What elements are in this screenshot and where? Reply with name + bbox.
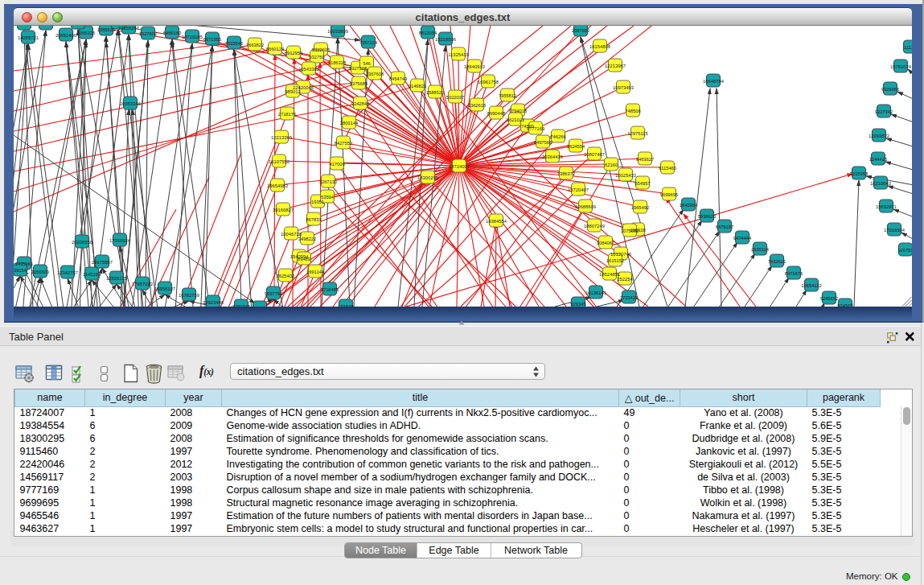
svg-text:15751074: 15751074 xyxy=(890,64,912,69)
svg-text:3186328: 3186328 xyxy=(328,60,347,65)
svg-text:6497568: 6497568 xyxy=(534,140,552,145)
svg-text:12213967: 12213967 xyxy=(605,64,626,68)
svg-text:17359924: 17359924 xyxy=(109,238,131,243)
svg-text:16136141: 16136141 xyxy=(585,290,606,295)
svg-text:2803144: 2803144 xyxy=(340,121,359,126)
svg-text:10025433: 10025433 xyxy=(615,173,636,178)
svg-text:12975115: 12975115 xyxy=(627,131,647,136)
svg-text:3624554: 3624554 xyxy=(567,144,585,149)
svg-text:929345: 929345 xyxy=(570,302,585,307)
svg-text:9242848: 9242848 xyxy=(351,101,370,106)
svg-text:10120746: 10120746 xyxy=(610,252,631,257)
svg-text:7515546: 7515546 xyxy=(225,41,244,46)
svg-text:20975867: 20975867 xyxy=(92,260,113,265)
svg-text:171648: 171648 xyxy=(338,304,353,307)
svg-text:1362615: 1362615 xyxy=(468,103,487,108)
svg-text:20364436: 20364436 xyxy=(542,154,563,159)
svg-text:16154808: 16154808 xyxy=(589,44,610,49)
svg-text:10973493: 10973493 xyxy=(613,85,634,90)
svg-text:10654112: 10654112 xyxy=(801,283,821,288)
svg-text:1292345: 1292345 xyxy=(232,304,251,307)
svg-text:9474444: 9474444 xyxy=(733,236,752,241)
svg-text:867833: 867833 xyxy=(306,217,321,222)
svg-text:1588520: 1588520 xyxy=(426,90,445,95)
svg-text:1065539: 1065539 xyxy=(97,27,116,32)
svg-text:1527602: 1527602 xyxy=(139,31,158,36)
svg-text:1621022: 1621022 xyxy=(507,117,525,122)
svg-text:62160: 62160 xyxy=(605,163,618,167)
svg-text:19351: 19351 xyxy=(311,200,324,204)
svg-text:17957223: 17957223 xyxy=(132,282,153,286)
svg-text:11124: 11124 xyxy=(904,45,912,50)
svg-text:17016504: 17016504 xyxy=(884,228,906,233)
svg-text:15692971: 15692971 xyxy=(876,204,897,209)
svg-text:932750: 932750 xyxy=(309,55,324,60)
svg-text:10688609: 10688609 xyxy=(575,204,596,209)
svg-text:15720407: 15720407 xyxy=(568,187,589,192)
svg-text:14055721: 14055721 xyxy=(18,35,39,40)
svg-text:9463627: 9463627 xyxy=(636,157,655,162)
svg-text:3498222: 3498222 xyxy=(298,237,317,241)
svg-text:7357224: 7357224 xyxy=(359,40,378,45)
svg-text:10719185: 10719185 xyxy=(182,35,203,39)
svg-text:2718176: 2718176 xyxy=(278,112,297,117)
svg-text:12093872: 12093872 xyxy=(869,134,889,138)
svg-text:39154: 39154 xyxy=(14,268,27,273)
svg-text:7386372: 7386372 xyxy=(557,171,576,176)
svg-text:989012: 989012 xyxy=(285,89,300,94)
svg-text:16648784: 16648784 xyxy=(703,79,725,84)
svg-text:546: 546 xyxy=(363,61,371,66)
svg-text:8660124: 8660124 xyxy=(266,47,285,51)
svg-text:116753: 116753 xyxy=(898,248,912,253)
svg-text:16033809: 16033809 xyxy=(327,29,348,34)
svg-text:8454749: 8454749 xyxy=(389,76,408,81)
svg-text:1965492: 1965492 xyxy=(631,205,650,210)
svg-text:20206556: 20206556 xyxy=(72,240,92,245)
svg-text:5938923: 5938923 xyxy=(698,214,717,219)
svg-text:1145194: 1145194 xyxy=(83,272,101,277)
svg-text:19218506: 19218506 xyxy=(435,37,456,42)
svg-text:1435061: 1435061 xyxy=(15,262,34,266)
svg-text:929292: 929292 xyxy=(252,306,267,307)
svg-text:12342757: 12342757 xyxy=(57,270,78,275)
svg-text:7632621: 7632621 xyxy=(768,259,786,264)
svg-text:9115460: 9115460 xyxy=(659,166,676,171)
svg-text:12505135: 12505135 xyxy=(106,276,127,281)
svg-text:89489: 89489 xyxy=(298,257,310,262)
svg-text:6794028: 6794028 xyxy=(509,109,528,113)
svg-text:7663822: 7663822 xyxy=(246,43,265,47)
svg-text:18807249: 18807249 xyxy=(584,224,605,229)
svg-text:9699695: 9699695 xyxy=(660,192,679,197)
svg-text:5322037: 5322037 xyxy=(446,95,465,100)
svg-text:6466160: 6466160 xyxy=(163,31,182,35)
svg-text:417006: 417006 xyxy=(329,162,344,167)
svg-text:18724007: 18724007 xyxy=(449,164,470,169)
svg-text:9329966: 9329966 xyxy=(881,87,900,92)
svg-text:1244415: 1244415 xyxy=(869,157,888,162)
svg-text:18640910: 18640910 xyxy=(464,64,485,69)
svg-text:8427552: 8427552 xyxy=(335,141,353,146)
svg-text:3375685: 3375685 xyxy=(350,81,368,86)
svg-text:53594: 53594 xyxy=(321,195,335,200)
svg-text:9227342: 9227342 xyxy=(875,109,893,114)
svg-text:1716485: 1716485 xyxy=(321,287,339,292)
svg-text:11325419: 11325419 xyxy=(448,52,468,57)
svg-text:6671355: 6671355 xyxy=(203,37,222,42)
svg-text:10543382: 10543382 xyxy=(298,67,319,72)
svg-text:9146821: 9146821 xyxy=(409,84,427,89)
svg-text:16782759: 16782759 xyxy=(179,293,199,298)
svg-text:1075692: 1075692 xyxy=(621,229,639,233)
svg-text:2087682: 2087682 xyxy=(572,28,590,33)
svg-text:5322605: 5322605 xyxy=(312,47,331,52)
svg-text:19384554: 19384554 xyxy=(486,219,507,224)
svg-text:19654983: 19654983 xyxy=(267,183,288,188)
svg-text:1065326: 1065326 xyxy=(77,31,96,35)
svg-text:7625402: 7625402 xyxy=(277,274,295,278)
svg-text:748506: 748506 xyxy=(625,109,640,113)
svg-text:2935114: 2935114 xyxy=(751,247,770,252)
svg-text:9777169: 9777169 xyxy=(527,126,545,131)
svg-text:19166827: 19166827 xyxy=(273,208,294,212)
svg-text:16210643: 16210643 xyxy=(870,181,891,186)
svg-text:9657791: 9657791 xyxy=(265,291,283,296)
svg-text:10958107: 10958107 xyxy=(154,286,175,291)
